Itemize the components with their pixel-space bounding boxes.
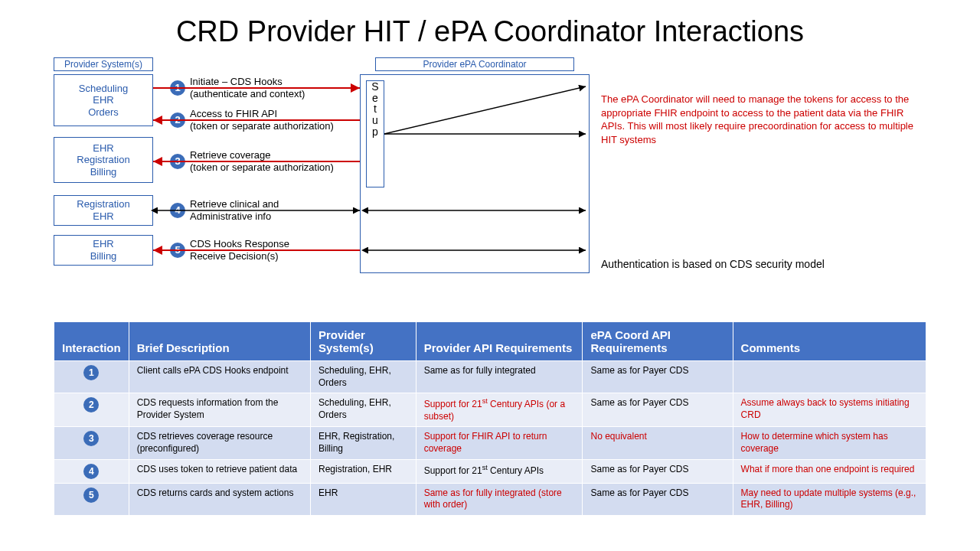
row-badge: 2 (83, 397, 99, 412)
step-label-5: CDS Hooks ResponseReceive Decision(s) (190, 238, 289, 262)
step-label-3: Retrieve coverage(token or separate auth… (190, 149, 334, 173)
row-badge: 4 (83, 464, 99, 479)
step-label-4: Retrieve clinical andAdministrative info (190, 198, 279, 222)
table-header: Brief Description (129, 322, 310, 361)
step-badge-2: 2 (170, 112, 185, 128)
box-label: EHR Billing (90, 238, 117, 262)
box-label: EHR Registration Billing (77, 142, 129, 178)
table-header: ePA Coord API Requirements (583, 322, 733, 361)
table-row: 4CDS uses token to retrieve patient data… (54, 459, 926, 483)
row-badge: 5 (83, 487, 99, 503)
epa-coordinator-box (360, 74, 590, 273)
table-header: Comments (733, 322, 926, 361)
authentication-note: Authentication is based on CDS security … (601, 258, 825, 270)
step-badge-4: 4 (170, 203, 185, 218)
setup-box: Setup (366, 80, 384, 187)
step-label-1: Initiate – CDS Hooks(authenticate and co… (190, 76, 305, 99)
table-header: Interaction (54, 322, 129, 361)
epa-token-note: The ePA Coordinator will need to manage … (601, 93, 923, 146)
box-label: Scheduling EHR Orders (79, 83, 128, 119)
table-row: 1Client calls ePA CDS Hooks endpointSche… (54, 361, 926, 393)
step-badge-1: 1 (170, 80, 185, 96)
page-title: CRD Provider HIT / ePA Coordinator Inter… (0, 0, 980, 48)
epa-coordinator-label: Provider ePA Coordinator (375, 57, 574, 71)
table-header: Provider System(s) (311, 322, 416, 361)
setup-label: Setup (371, 80, 378, 138)
row-badge: 1 (83, 365, 99, 380)
step-badge-5: 5 (170, 243, 185, 258)
table-row: 2CDS requests information from the Provi… (54, 393, 926, 427)
step-badge-3: 3 (170, 154, 185, 169)
provider-systems-label: Provider System(s) (54, 57, 153, 71)
interaction-diagram: Provider System(s) Provider ePA Coordina… (54, 57, 926, 310)
table-row: 3CDS retrieves coverage resource (precon… (54, 427, 926, 459)
box-scheduling-ehr-orders: Scheduling EHR Orders (54, 74, 153, 126)
box-label: Registration EHR (77, 198, 129, 222)
step-label-2: Access to FHIR API(token or separate aut… (190, 108, 334, 132)
table-row: 5CDS returns cards and system actionsEHR… (54, 483, 926, 515)
row-badge: 3 (83, 431, 99, 446)
box-registration-ehr: Registration EHR (54, 195, 153, 226)
box-ehr-billing: EHR Billing (54, 235, 153, 266)
interactions-table: InteractionBrief DescriptionProvider Sys… (54, 321, 926, 516)
box-ehr-registration-billing: EHR Registration Billing (54, 137, 153, 183)
table-header: Provider API Requirements (416, 322, 583, 361)
